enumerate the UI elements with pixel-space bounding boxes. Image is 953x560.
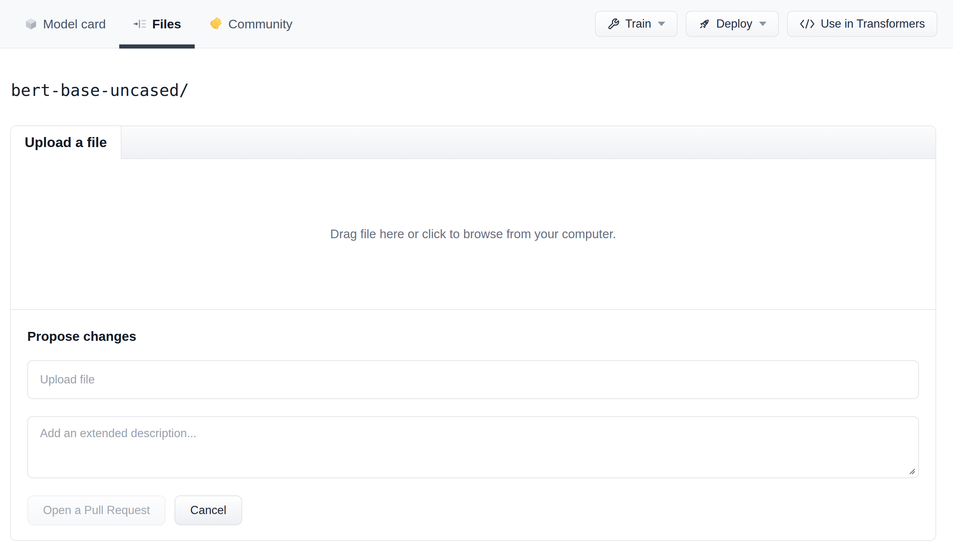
upload-panel-tabstrip: Upload a file <box>11 126 936 159</box>
repo-actions: Train Deploy <box>595 0 937 48</box>
files-icon <box>133 17 147 30</box>
open-pull-request-button[interactable]: Open a Pull Request <box>27 495 166 525</box>
waving-hand-icon <box>208 16 223 31</box>
tab-files-label: Files <box>152 17 181 31</box>
use-in-transformers-label: Use in Transformers <box>821 17 925 31</box>
tab-community[interactable]: Community <box>195 0 306 48</box>
description-field-wrap <box>27 416 919 478</box>
repo-tabs: Model card Files <box>11 0 306 48</box>
propose-changes-heading: Propose changes <box>27 329 919 344</box>
cube-icon <box>24 17 38 31</box>
deploy-button[interactable]: Deploy <box>686 11 779 37</box>
rocket-icon <box>698 18 711 30</box>
upload-panel: Upload a file Drag file here or click to… <box>10 125 936 541</box>
wrench-icon <box>607 18 619 30</box>
tab-model-card-label: Model card <box>43 17 106 31</box>
breadcrumb[interactable]: bert-base-uncased/ <box>11 81 936 99</box>
textarea-resize-handle[interactable] <box>906 466 916 475</box>
code-icon <box>799 19 815 29</box>
use-in-transformers-button[interactable]: Use in Transformers <box>787 11 937 37</box>
tab-community-label: Community <box>228 17 293 31</box>
tab-upload-a-file[interactable]: Upload a file <box>11 126 121 159</box>
train-button[interactable]: Train <box>595 11 678 37</box>
upload-filename-input[interactable] <box>27 360 919 399</box>
propose-changes-section: Propose changes Open a Pull Request Canc… <box>11 310 936 540</box>
tab-files[interactable]: Files <box>119 0 194 48</box>
repo-header: Model card Files <box>0 0 953 48</box>
tab-model-card[interactable]: Model card <box>11 0 119 48</box>
propose-actions-row: Open a Pull Request Cancel <box>27 495 919 525</box>
deploy-button-label: Deploy <box>716 17 752 31</box>
chevron-down-icon <box>658 22 665 26</box>
dropzone-hint-text: Drag file here or click to browse from y… <box>331 227 616 241</box>
file-dropzone[interactable]: Drag file here or click to browse from y… <box>11 159 936 310</box>
cancel-button[interactable]: Cancel <box>175 495 242 525</box>
extended-description-textarea[interactable] <box>27 416 919 478</box>
main-content: bert-base-uncased/ Upload a file Drag fi… <box>0 81 953 541</box>
chevron-down-icon <box>759 22 767 26</box>
train-button-label: Train <box>625 17 651 31</box>
